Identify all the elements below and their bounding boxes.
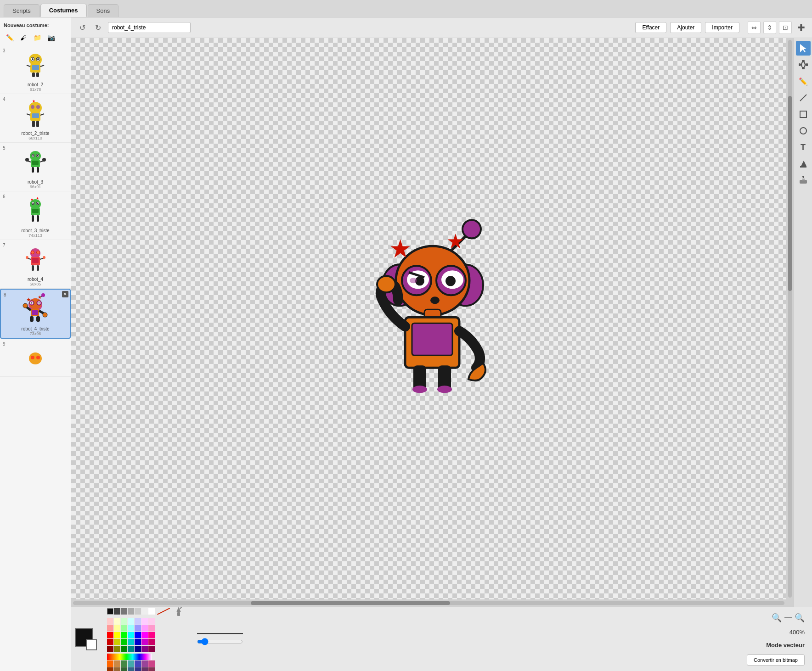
c42[interactable] (148, 660, 155, 667)
color-black[interactable] (107, 608, 113, 615)
c9[interactable] (114, 625, 120, 632)
c18[interactable] (128, 632, 134, 638)
c36[interactable] (107, 660, 113, 667)
c27[interactable] (141, 639, 148, 645)
select-tool-button[interactable] (796, 41, 811, 56)
rainbow-4[interactable] (126, 654, 133, 660)
rainbow-2[interactable] (113, 654, 120, 660)
c15[interactable] (107, 632, 113, 638)
text-tool-button[interactable]: T (796, 140, 811, 155)
costume-item-5[interactable]: 5 (0, 143, 71, 191)
costume-item-7[interactable]: 7 (0, 240, 71, 289)
c38[interactable] (121, 660, 127, 667)
convert-bitmap-button[interactable]: Convertir en bitmap (747, 654, 805, 665)
paint-tool-icon[interactable]: ✏️ (4, 32, 16, 44)
ellipse-tool-button[interactable] (796, 123, 811, 138)
color-white[interactable] (148, 608, 155, 615)
close-btn-8[interactable]: ✕ (62, 291, 68, 297)
camera-tool-icon[interactable]: 📷 (45, 32, 57, 44)
c37[interactable] (114, 660, 120, 667)
c6[interactable] (141, 618, 148, 625)
c29[interactable] (107, 646, 113, 652)
c25[interactable] (128, 639, 134, 645)
color-near-white[interactable] (141, 608, 148, 615)
effacer-button[interactable]: Effacer (635, 22, 666, 33)
canvas-area[interactable]: ★ ★ (71, 38, 794, 607)
rainbow-1[interactable] (107, 654, 113, 660)
zoom-reset-button[interactable]: — (784, 614, 792, 622)
importer-button[interactable]: Importer (705, 22, 739, 33)
fill-tool-button[interactable] (796, 157, 811, 171)
c40[interactable] (135, 660, 141, 667)
c45[interactable] (121, 667, 127, 671)
rainbow-3[interactable] (120, 654, 126, 660)
c31[interactable] (121, 646, 127, 652)
c12[interactable] (135, 625, 141, 632)
line-tool-button[interactable] (796, 90, 811, 105)
vertical-scrollbar[interactable] (786, 38, 794, 599)
c34[interactable] (141, 646, 148, 652)
c8[interactable] (107, 625, 113, 632)
flip-h-icon[interactable]: ⇔ (748, 21, 761, 34)
c16[interactable] (114, 632, 120, 638)
c21[interactable] (148, 632, 155, 638)
c20[interactable] (141, 632, 148, 638)
c11[interactable] (128, 625, 134, 632)
ajouter-button[interactable]: Ajouter (670, 22, 701, 33)
c4[interactable] (128, 618, 134, 625)
c14[interactable] (148, 625, 155, 632)
rainbow-7[interactable] (146, 654, 152, 660)
c10[interactable] (121, 625, 127, 632)
rainbow-6[interactable] (139, 654, 146, 660)
c32[interactable] (128, 646, 134, 652)
zoom-in-button[interactable]: 🔍 (795, 613, 805, 623)
c2[interactable] (114, 618, 120, 625)
c44[interactable] (114, 667, 120, 671)
c46[interactable] (128, 667, 134, 671)
c35[interactable] (148, 646, 155, 652)
color-light-gray[interactable] (128, 608, 134, 615)
reshape-tool-button[interactable] (796, 57, 811, 72)
tab-scripts[interactable]: Scripts (4, 4, 39, 17)
costume-item-6[interactable]: 6 ★ ★ (0, 191, 71, 240)
color-lighter-gray[interactable] (135, 608, 141, 615)
c47[interactable] (135, 667, 141, 671)
c24[interactable] (121, 639, 127, 645)
c5[interactable] (135, 618, 141, 625)
c17[interactable] (121, 632, 127, 638)
c7[interactable] (148, 618, 155, 625)
costume-item-4[interactable]: 4 ★ (0, 94, 71, 143)
c41[interactable] (141, 660, 148, 667)
c33[interactable] (135, 646, 141, 652)
c43[interactable] (107, 667, 113, 671)
secondary-color-swatch[interactable] (86, 639, 97, 650)
tab-costumes[interactable]: Costumes (40, 4, 87, 17)
stroke-width-slider[interactable] (197, 638, 243, 645)
eraser-tool-button[interactable] (796, 173, 811, 188)
c3[interactable] (121, 618, 127, 625)
flip-v-icon[interactable]: ⇕ (763, 21, 776, 34)
rectangle-tool-button[interactable] (796, 107, 811, 122)
add-button[interactable]: ✚ (795, 21, 807, 34)
c30[interactable] (114, 646, 120, 652)
color-mid-gray[interactable] (121, 608, 127, 615)
c23[interactable] (114, 639, 120, 645)
tab-sons[interactable]: Sons (88, 4, 119, 17)
c19[interactable] (135, 632, 141, 638)
redo-button[interactable]: ↻ (91, 21, 104, 34)
zoom-out-button[interactable]: 🔍 (772, 613, 782, 623)
crop-icon[interactable]: ⊡ (779, 21, 792, 34)
pencil-tool-button[interactable]: ✏️ (796, 74, 811, 89)
brush-tool-icon[interactable]: 🖌 (17, 32, 29, 44)
horizontal-scrollbar[interactable] (71, 599, 786, 607)
c48[interactable] (141, 667, 148, 671)
rainbow-5[interactable] (133, 654, 139, 660)
c13[interactable] (141, 625, 148, 632)
c26[interactable] (135, 639, 141, 645)
upload-tool-icon[interactable]: 📁 (31, 32, 43, 44)
costume-item-8[interactable]: 8 ✕ (0, 289, 71, 339)
c49[interactable] (148, 667, 155, 671)
costume-name-input[interactable] (108, 22, 191, 33)
costume-item-3[interactable]: 3 (0, 45, 71, 94)
c1[interactable] (107, 618, 113, 625)
